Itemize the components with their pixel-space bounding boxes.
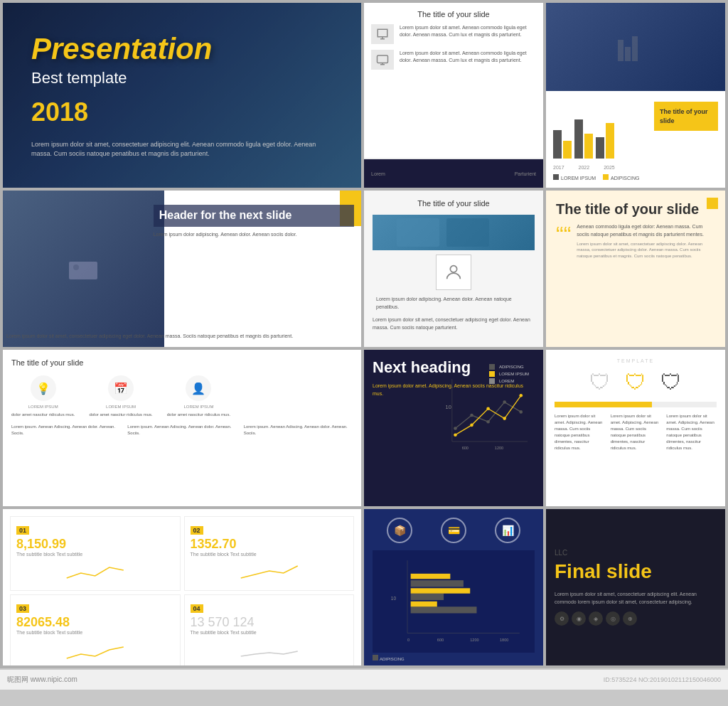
slide-7: The title of your slide 💡 LOREM IPSUM do…: [3, 350, 361, 506]
slide12-text: Lorem ipsum dolor sit amet, consectetuer…: [555, 590, 717, 606]
stat-badge-3: 03: [16, 604, 29, 613]
slide3-right-box: The title of your slide: [654, 102, 718, 131]
slide7-icon3: 👤: [186, 375, 211, 401]
stat-cell-3: 03 82065.48 The subtitle block Text subt…: [10, 594, 181, 665]
slide5-text: Lorem ipsum dolor adipiscing. Aenean dol…: [376, 296, 531, 311]
stat-label-3: The subtitle block Text subtitle: [16, 630, 174, 635]
slide7-title: The title of your slide: [11, 358, 353, 367]
svg-rect-32: [411, 594, 444, 600]
svg-point-20: [470, 424, 473, 427]
svg-rect-4: [69, 262, 97, 279]
slide11-icon3: 📊: [495, 518, 520, 543]
svg-rect-33: [411, 606, 477, 613]
slide9-col3: Lorem ipsum dolor sit amet. Adipiscing. …: [666, 413, 717, 451]
dot1: ⚙: [555, 611, 569, 626]
slide5-title: The title of your slide: [373, 199, 535, 208]
svg-rect-7: [446, 218, 489, 247]
slide9-col2: Lorem ipsum dolor sit amet. Adipiscing. …: [611, 413, 661, 451]
svg-rect-35: [411, 588, 471, 593]
slide-9: TEMPLATE 🛡 🛡 🛡 Lorem ipsum dolor sit ame…: [546, 350, 725, 506]
shield-icon-1: 🛡: [589, 370, 611, 395]
slide7-label2: LOREM IPSUM: [106, 405, 136, 409]
svg-point-14: [454, 427, 457, 430]
slide12-logo: LLC: [555, 549, 717, 557]
slide2-item2-text: Lorem ipsum dolor sit amet. Aenean commo…: [400, 50, 536, 64]
slide8-linechart: 10 600 1200: [442, 373, 528, 458]
svg-rect-34: [411, 574, 451, 579]
slide2-icon2: [371, 50, 394, 70]
watermark-left: 昵图网 www.nipic.com: [7, 675, 77, 685]
svg-point-19: [454, 433, 457, 437]
svg-text:10: 10: [391, 596, 397, 601]
slide7-text1: dolor amet nascitur ridiculus mus.: [11, 412, 75, 417]
svg-rect-2: [625, 47, 631, 61]
stat-cell-2: 02 1352.70 The subtitle block Text subti…: [184, 516, 355, 591]
slide6-yellow-box: [707, 198, 718, 209]
svg-point-5: [73, 264, 79, 270]
shield-icon-3: 🛡: [660, 370, 682, 395]
slide4-header: Header for the next slide: [154, 205, 354, 227]
slide-1: Presentation Best template 2018 Lorem ip…: [3, 3, 361, 188]
slide11-icon2: 💳: [441, 518, 466, 543]
slide4-bottom: Lorem ipsum dolor sit amet, consectetuer…: [6, 333, 358, 341]
slide7-label3: LOREM IPSUM: [183, 405, 213, 409]
slide2-footer-left: Lorem: [371, 171, 385, 176]
slide-12: LLC Final slide Lorem ipsum dolor sit am…: [546, 509, 725, 665]
slide6-small: Lorem ipsum dolor sit amet, consectetuer…: [577, 241, 715, 259]
slide1-subtitle: Best template: [31, 69, 333, 87]
svg-point-18: [519, 410, 523, 414]
chart-year3: 2025: [604, 165, 615, 170]
svg-point-17: [503, 400, 506, 404]
slide-5: The title of your slide Lorem ipsum dolo…: [364, 191, 543, 347]
slide5-bottom: Lorem ipsum dolor sit amet, consectetuer…: [373, 316, 535, 331]
slide7-body3: Lorem ipsum. Aenean Adiscing. Aenean dol…: [244, 424, 353, 437]
slide7-text2: dolor amet nascitur ridiculus mus.: [89, 412, 152, 417]
stat-cell-4: 04 13 570 124 The subtitle block Text su…: [184, 594, 355, 665]
dot5: ⊕: [623, 611, 637, 626]
svg-rect-6: [397, 218, 439, 247]
slide12-title: Final slide: [555, 560, 717, 583]
stat-cell-1: 01 8,150.99 The subtitle block Text subt…: [10, 516, 181, 591]
svg-text:600: 600: [437, 638, 444, 642]
svg-text:10: 10: [446, 404, 451, 410]
slide7-body1: Lorem ipsum. Aenean Adiscing. Aenean dol…: [11, 424, 120, 437]
slide4-subtext: Lorem ipsum dolor adipiscing. Aenean dol…: [154, 231, 354, 239]
svg-text:600: 600: [462, 446, 469, 450]
chart-year1: 2017: [553, 165, 564, 170]
shield-icon-2: 🛡: [625, 370, 646, 395]
slide8-legend1: ADIPISCING: [499, 365, 524, 369]
slide1-title: Presentation: [31, 32, 333, 66]
slide1-body: Lorem ipsum dolor sit amet, consectetuer…: [31, 140, 333, 159]
legend1: LOREM IPSUM: [561, 176, 596, 181]
stat-badge-1: 01: [16, 526, 29, 535]
slide9-template: TEMPLATE: [555, 358, 717, 363]
slide-8: ADIPISCING LOREM IPSUM LOREM Next headin…: [364, 350, 543, 506]
stat-num-4: 13 570 124: [191, 615, 348, 630]
slide-10: 01 8,150.99 The subtitle block Text subt…: [3, 509, 361, 665]
svg-text:0: 0: [407, 638, 410, 642]
watermark-right: ID:5735224 NO:20190102112150046000: [604, 676, 721, 683]
svg-rect-0: [378, 55, 388, 63]
slide6-body: Aenean commodo ligula eget dolor: Aenean…: [577, 223, 715, 238]
slide11-icon1: 📦: [387, 518, 412, 543]
slide7-text3: dolor amet nascitur ridiculus mus.: [167, 412, 230, 417]
stat-badge-4: 04: [191, 604, 203, 613]
stat-label-2: The subtitle block Text subtitle: [191, 552, 348, 557]
stat-num-3: 82065.48: [16, 615, 174, 630]
slide7-label1: LOREM IPSUM: [28, 405, 58, 409]
slide6-title: The title of your slide: [556, 200, 715, 218]
slide2-title: The title of your slide: [371, 10, 536, 18]
slide11-bar1: ADIPISCING: [380, 657, 405, 661]
slide3-chart: The title of your slide 2017 2022: [546, 91, 725, 188]
stat-badge-2: 02: [191, 526, 203, 535]
stat-label-1: The subtitle block Text subtitle: [16, 552, 174, 557]
slide-4: Header for the next slide Lorem ipsum do…: [3, 191, 361, 347]
slide5-icon: [436, 255, 471, 290]
chart-year2: 2022: [579, 165, 590, 170]
stat-num-1: 8,150.99: [16, 537, 174, 552]
slide-11: 📦 💳 📊 10 0 600 1200 1800: [364, 509, 543, 665]
slide2-icon1: [371, 24, 394, 44]
dot4: ◎: [606, 611, 620, 626]
dot2: ◉: [572, 611, 586, 626]
svg-rect-1: [618, 40, 623, 61]
